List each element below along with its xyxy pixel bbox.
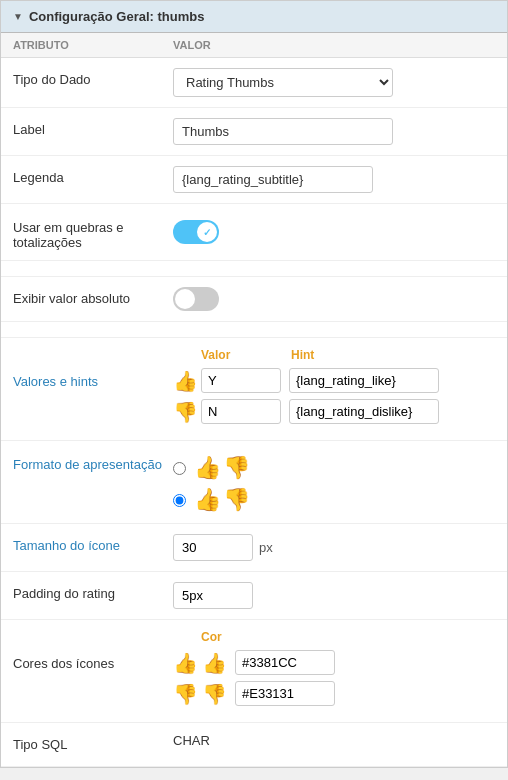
value-formato: 👍 👎 👍 👎 [173,451,495,513]
select-tipo-dado[interactable]: Rating Thumbs [173,68,393,97]
hints-header: Valor Hint [201,348,314,362]
value-tamanho: px [173,534,495,561]
row-tipo-sql: Tipo SQL CHAR [1,723,507,767]
header-valor: VALOR [173,39,211,51]
thumb-down-icon: 👎 [173,400,201,424]
unit-px: px [259,540,273,555]
row-padding: Padding do rating [1,572,507,620]
cores-col-cor: Cor [201,630,222,644]
input-color-like[interactable] [235,650,335,675]
label-exibir: Exibir valor absoluto [13,287,173,306]
value-cores: Cor 👍 👍 👎 👎 [173,630,495,712]
value-valores-hints: Valor Hint 👍 👎 [173,348,495,430]
input-tamanho[interactable] [173,534,253,561]
value-tipo-dado: Rating Thumbs [173,68,495,97]
value-label [173,118,495,145]
cores-header: Cor [201,630,222,644]
label-padding: Padding do rating [13,582,173,601]
row-exibir: Exibir valor absoluto [1,277,507,322]
row-label: Label [1,108,507,156]
hints-col-valor: Valor [201,348,291,362]
spacer1 [1,261,507,277]
thumb-up-outline-icon: 👍 [194,455,221,481]
main-panel: ▼ Configuração Geral: thumbs ATRIBUTO VA… [0,0,508,768]
size-row: px [173,534,273,561]
row-tipo-dado: Tipo do Dado Rating Thumbs [1,58,507,108]
label-label: Label [13,118,173,137]
label-tipo-dado: Tipo do Dado [13,68,173,87]
input-padding[interactable] [173,582,253,609]
label-tamanho: Tamanho do ícone [13,534,173,553]
input-hint-like[interactable] [289,368,439,393]
thumb-down-filled-icon: 👎 [223,487,250,513]
label-cores: Cores dos ícones [13,630,173,671]
row-legenda: Legenda [1,156,507,204]
value-padding [173,582,495,609]
row-cores: Cores dos ícones Cor 👍 👍 👎 👎 [1,620,507,723]
input-color-dislike[interactable] [235,681,335,706]
row-formato: Formato de apresentação 👍 👎 👍 👎 [1,441,507,524]
format-option-2: 👍 👎 [173,487,250,513]
panel-title: Configuração Geral: thumbs [29,9,205,24]
label-legenda: Legenda [13,166,173,185]
row-usar-em: Usar em quebras e totalizações ✓ [1,204,507,261]
format-options: 👍 👎 👍 👎 [173,455,250,513]
value-legenda [173,166,495,193]
format-option-1: 👍 👎 [173,455,250,481]
input-hint-dislike[interactable] [289,399,439,424]
hints-row-dislike: 👎 [173,399,439,424]
toggle-knob-exibir [175,289,195,309]
value-exibir [173,287,495,311]
label-formato: Formato de apresentação [13,451,173,472]
cores-thumb-up-outline: 👍 [173,651,198,675]
cores-thumb-down-outline: 👎 [173,682,198,706]
input-valor-dislike[interactable] [201,399,281,424]
label-valores-hints: Valores e hints [13,348,173,389]
table-header: ATRIBUTO VALOR [1,33,507,58]
input-label[interactable] [173,118,393,145]
input-legenda[interactable] [173,166,373,193]
cores-row-like: 👍 👍 [173,650,335,675]
header-atributo: ATRIBUTO [13,39,173,51]
row-tamanho: Tamanho do ícone px [1,524,507,572]
toggle-usar-em[interactable]: ✓ [173,220,219,244]
thumb-down-outline-icon: 👎 [223,455,250,481]
value-usar-em: ✓ [173,214,495,244]
spacer2 [1,322,507,338]
panel-header: ▼ Configuração Geral: thumbs [1,1,507,33]
cores-thumb-down-filled: 👎 [202,682,227,706]
radio-formato-1[interactable] [173,462,186,475]
toggle-knob-usar-em: ✓ [197,222,217,242]
collapse-arrow[interactable]: ▼ [13,11,23,22]
toggle-check-icon: ✓ [203,227,211,238]
hints-col-hint: Hint [291,348,314,362]
label-tipo-sql: Tipo SQL [13,733,173,752]
input-valor-like[interactable] [201,368,281,393]
format-icons-1: 👍 👎 [194,455,250,481]
label-usar-em: Usar em quebras e totalizações [13,214,173,250]
thumb-up-filled-icon: 👍 [194,487,221,513]
row-valores-hints: Valores e hints Valor Hint 👍 👎 [1,338,507,441]
thumb-up-icon: 👍 [173,369,201,393]
value-tipo-sql: CHAR [173,733,495,748]
toggle-exibir[interactable] [173,287,219,311]
cores-thumb-up-filled: 👍 [202,651,227,675]
radio-formato-2[interactable] [173,494,186,507]
format-icons-2: 👍 👎 [194,487,250,513]
hints-row-like: 👍 [173,368,439,393]
cores-row-dislike: 👎 👎 [173,681,335,706]
text-tipo-sql: CHAR [173,733,210,748]
